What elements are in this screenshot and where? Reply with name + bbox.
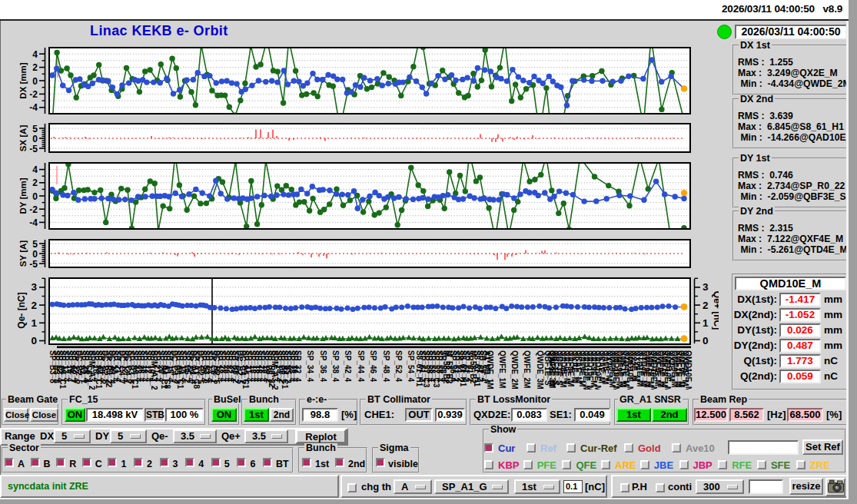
svg-text:0: 0 bbox=[32, 76, 38, 87]
svg-text:-5: -5 bbox=[29, 144, 38, 154]
svg-text:-4: -4 bbox=[29, 102, 38, 113]
svg-text:0: 0 bbox=[31, 335, 37, 346]
svg-text:0: 0 bbox=[703, 335, 709, 346]
svg-text:QWFE_2M: QWFE_2M bbox=[523, 350, 531, 388]
svg-text:SP_42_4: SP_42_4 bbox=[344, 350, 352, 383]
svg-text:QMD10E_M: QMD10E_M bbox=[684, 350, 693, 393]
svg-text:SP_46_4: SP_46_4 bbox=[369, 350, 377, 383]
svg-text:-5: -5 bbox=[29, 259, 38, 270]
svg-text:Qe- [nC]: Qe- [nC] bbox=[16, 292, 27, 328]
svg-text:Qe+ [nC]: Qe+ [nC] bbox=[712, 291, 719, 330]
svg-text:2: 2 bbox=[32, 177, 38, 188]
svg-text:1: 1 bbox=[31, 317, 37, 329]
svg-text:QWDE_2M: QWDE_2M bbox=[510, 350, 519, 390]
svg-text:-2: -2 bbox=[29, 204, 38, 215]
svg-text:DX [mm]: DX [mm] bbox=[18, 62, 28, 98]
svg-text:QWFE_1M: QWFE_1M bbox=[498, 350, 507, 388]
svg-text:2: 2 bbox=[31, 300, 37, 311]
svg-text:SY [A]: SY [A] bbox=[18, 240, 28, 267]
svg-text:0: 0 bbox=[32, 249, 38, 260]
svg-text:5: 5 bbox=[32, 124, 38, 134]
svg-text:0: 0 bbox=[32, 191, 38, 202]
svg-text:-4: -4 bbox=[29, 217, 38, 228]
svg-text:-2: -2 bbox=[29, 89, 38, 100]
svg-text:2: 2 bbox=[32, 62, 38, 73]
svg-text:SP_38_4: SP_38_4 bbox=[331, 350, 340, 383]
svg-text:SP_44_4: SP_44_4 bbox=[357, 350, 365, 383]
svg-text:SP_34_4: SP_34_4 bbox=[306, 350, 314, 383]
svg-text:3: 3 bbox=[703, 281, 709, 293]
svg-text:SP_32_4: SP_32_4 bbox=[294, 350, 302, 383]
svg-text:4: 4 bbox=[32, 49, 38, 60]
svg-text:2: 2 bbox=[703, 300, 709, 311]
svg-text:SP_36_4: SP_36_4 bbox=[319, 350, 327, 383]
svg-text:3: 3 bbox=[31, 281, 37, 293]
svg-text:0: 0 bbox=[32, 134, 38, 144]
svg-text:SP_52_4: SP_52_4 bbox=[394, 350, 403, 383]
svg-text:1: 1 bbox=[703, 317, 709, 329]
svg-text:SP_48_4: SP_48_4 bbox=[382, 350, 390, 383]
svg-text:4: 4 bbox=[32, 164, 38, 175]
svg-text:QWDE_3M: QWDE_3M bbox=[536, 350, 544, 390]
svg-text:5: 5 bbox=[32, 239, 38, 250]
svg-text:SX [A]: SX [A] bbox=[18, 125, 28, 152]
svg-text:DY [mm]: DY [mm] bbox=[18, 177, 28, 214]
svg-text:QWDE_1M: QWDE_1M bbox=[486, 350, 494, 390]
svg-text:SP_54_4: SP_54_4 bbox=[407, 350, 415, 383]
